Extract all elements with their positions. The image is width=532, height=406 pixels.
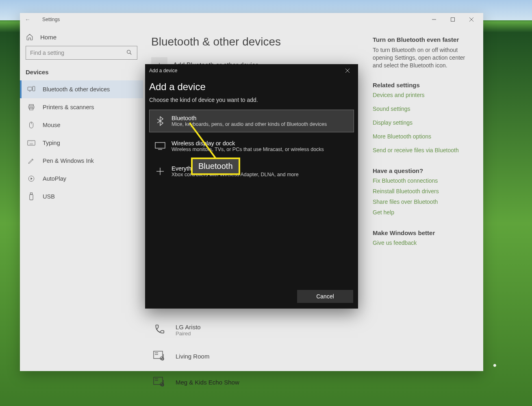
cancel-button[interactable]: Cancel [297,290,353,303]
device-row[interactable]: Meg & Kids Echo Show [151,371,365,397]
media-icon [151,374,167,390]
annotation-label: Bluetooth [191,158,240,175]
dialog-subtitle: Choose the kind of device you want to ad… [149,97,354,103]
dialog-title: Add a device [149,68,341,73]
dialog-close-button[interactable] [341,64,354,77]
plus-icon [154,166,166,177]
device-name: Meg & Kids Echo Show [176,379,239,386]
option-everything-else[interactable]: Everything else Xbox controllers with Wi… [149,160,354,183]
dialog-heading: Add a device [149,81,354,93]
svg-rect-27 [154,377,163,384]
svg-rect-33 [155,143,165,148]
dialog-titlebar: Add a device [145,64,358,77]
bluetooth-icon [154,115,166,127]
option-bluetooth[interactable]: Bluetooth Mice, keyboards, pens, or audi… [149,110,354,132]
option-title: Bluetooth [172,115,327,121]
option-title: Wireless display or dock [172,140,324,147]
add-device-dialog: Add a device Add a device Choose the kin… [145,64,358,309]
option-desc: Mice, keyboards, pens, or audio and othe… [172,121,327,127]
option-desc: Wireless monitors, TVs, or PCs that use … [172,147,324,152]
monitor-icon [154,140,166,152]
option-wireless-display[interactable]: Wireless display or dock Wireless monito… [149,135,354,158]
